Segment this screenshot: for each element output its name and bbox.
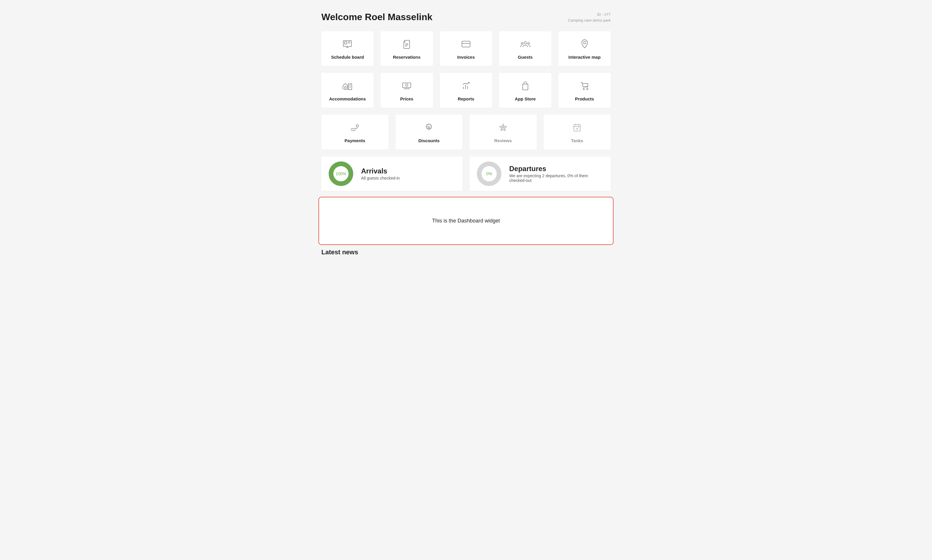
tile-invoices[interactable]: Invoices bbox=[440, 31, 492, 66]
latest-news-heading: Latest news bbox=[321, 248, 611, 256]
svg-point-27 bbox=[587, 88, 588, 90]
arrivals-percent: 100% bbox=[328, 161, 354, 186]
svg-point-32 bbox=[501, 126, 502, 127]
map-pin-icon bbox=[581, 38, 589, 50]
arrivals-card[interactable]: 100% Arrivals All guests checked-in bbox=[321, 157, 462, 191]
tile-label: Payments bbox=[345, 138, 365, 143]
reviews-icon bbox=[498, 122, 508, 134]
discounts-icon bbox=[424, 122, 434, 134]
guests-icon bbox=[519, 38, 531, 50]
tile-products[interactable]: Products bbox=[558, 73, 611, 108]
dashboard-widget: This is the Dashboard widget bbox=[319, 197, 613, 245]
tile-interactive-map[interactable]: Interactive map bbox=[558, 31, 611, 66]
tiles-row-1: Schedule board Reservations Invoices Gue… bbox=[321, 31, 611, 66]
svg-point-21 bbox=[405, 84, 408, 86]
tile-label: Schedule board bbox=[331, 55, 364, 60]
arrivals-title: Arrivals bbox=[361, 167, 400, 175]
tile-discounts[interactable]: Discounts bbox=[396, 115, 463, 149]
tile-guests[interactable]: Guests bbox=[499, 31, 551, 66]
tile-label: Invoices bbox=[457, 55, 475, 60]
svg-rect-5 bbox=[345, 42, 347, 44]
tile-schedule-board[interactable]: Schedule board bbox=[321, 31, 374, 66]
svg-point-33 bbox=[504, 126, 505, 127]
header-meta: ID - #77 Camping care demo park bbox=[568, 12, 611, 23]
tile-reviews[interactable]: Reviews bbox=[470, 115, 537, 149]
invoices-icon bbox=[461, 38, 471, 50]
tile-app-store[interactable]: App Store bbox=[499, 73, 551, 108]
tile-label: Interactive map bbox=[568, 55, 601, 60]
tile-label: Guests bbox=[518, 55, 533, 60]
tile-accommodations[interactable]: Accommodations bbox=[321, 73, 374, 108]
prices-icon bbox=[401, 80, 412, 92]
svg-point-26 bbox=[583, 88, 584, 90]
tile-tasks[interactable]: Tasks bbox=[544, 115, 611, 149]
svg-point-28 bbox=[356, 125, 359, 127]
tile-label: Discounts bbox=[418, 138, 440, 143]
arrivals-subtitle: All guests checked-in bbox=[361, 176, 400, 180]
departures-percent: 0% bbox=[476, 161, 502, 186]
tiles-row-2: Accommodations Prices Reports App Store … bbox=[321, 73, 611, 108]
svg-rect-9 bbox=[462, 41, 470, 47]
departures-ring: 0% bbox=[476, 161, 502, 186]
departures-text: Departures We are expecting 2 departures… bbox=[509, 165, 604, 183]
accommodations-icon bbox=[342, 80, 353, 92]
tile-label: Reviews bbox=[494, 138, 512, 143]
products-icon bbox=[580, 80, 590, 92]
payments-icon bbox=[350, 122, 360, 134]
reservations-icon bbox=[402, 38, 411, 50]
tile-label: Products bbox=[575, 96, 594, 101]
svg-point-31 bbox=[430, 128, 430, 129]
tile-prices[interactable]: Prices bbox=[381, 73, 433, 108]
stats-row: 100% Arrivals All guests checked-in 0% D… bbox=[321, 157, 611, 191]
tile-label: Reservations bbox=[393, 55, 421, 60]
svg-point-30 bbox=[428, 126, 428, 127]
page-header: Welcome Roel Masselink ID - #77 Camping … bbox=[321, 12, 611, 23]
departures-card[interactable]: 0% Departures We are expecting 2 departu… bbox=[470, 157, 611, 191]
departures-subtitle: We are expecting 2 departures, 0% of the… bbox=[509, 174, 604, 183]
svg-point-11 bbox=[524, 42, 527, 44]
departures-title: Departures bbox=[509, 165, 604, 173]
tile-label: Accommodations bbox=[329, 96, 366, 101]
reports-icon bbox=[461, 80, 471, 92]
tile-reports[interactable]: Reports bbox=[440, 73, 492, 108]
park-name: Camping care demo park bbox=[568, 17, 611, 23]
tile-label: Reports bbox=[458, 96, 474, 101]
tile-label: App Store bbox=[515, 96, 536, 101]
arrivals-text: Arrivals All guests checked-in bbox=[361, 167, 400, 180]
arrivals-ring: 100% bbox=[328, 161, 354, 186]
svg-rect-34 bbox=[574, 125, 580, 131]
svg-point-12 bbox=[521, 43, 523, 45]
app-store-icon bbox=[521, 80, 530, 92]
tasks-icon bbox=[573, 122, 581, 134]
tile-payments[interactable]: Payments bbox=[321, 115, 388, 149]
welcome-title: Welcome Roel Masselink bbox=[321, 12, 432, 23]
park-id: ID - #77 bbox=[568, 12, 611, 17]
dashboard-widget-text: This is the Dashboard widget bbox=[432, 218, 500, 224]
svg-rect-20 bbox=[403, 83, 411, 88]
tile-label: Tasks bbox=[571, 138, 583, 143]
svg-point-13 bbox=[528, 43, 529, 45]
tile-reservations[interactable]: Reservations bbox=[381, 31, 433, 66]
svg-rect-16 bbox=[345, 87, 346, 90]
svg-point-14 bbox=[584, 42, 586, 44]
tiles-row-3: Payments Discounts Reviews Tasks bbox=[321, 115, 611, 149]
schedule-board-icon bbox=[342, 38, 353, 50]
tile-label: Prices bbox=[400, 96, 413, 101]
